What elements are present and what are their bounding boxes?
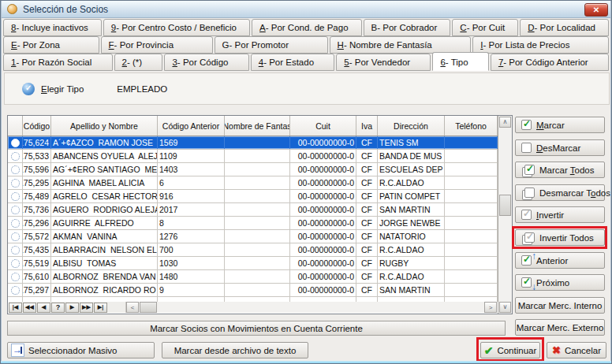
table-row[interactable]: 175,295AGHINA MABEL ALICIA600-00000000-0… <box>8 176 498 190</box>
cell-direccion[interactable]: ESCUELAS DEP <box>378 163 445 176</box>
cell-fantasia[interactable] <box>225 163 290 176</box>
tab-2[interactable]: 2 - (*) <box>114 54 163 71</box>
cell-direccion[interactable]: JORGE NEWBE <box>378 217 445 229</box>
cell-direccion[interactable]: NATATORIO <box>378 230 445 243</box>
elegir-tipo-button[interactable]: Elegir Tipo <box>41 84 84 94</box>
cell-codigo[interactable]: 175,295 <box>23 176 51 189</box>
cell-anterior[interactable]: 916 <box>158 190 225 202</box>
vertical-scrollbar[interactable]: ∧ ∨ <box>498 116 512 314</box>
cell-cuit[interactable]: 00-00000000-0 <box>290 257 356 269</box>
cell-codigo[interactable]: 175,572 <box>23 230 51 243</box>
row-radio[interactable] <box>8 203 23 216</box>
cell-codigo[interactable]: 175,610 <box>23 270 51 283</box>
cell-anterior[interactable]: 1030 <box>158 257 225 269</box>
cell-telefono[interactable] <box>445 136 498 149</box>
cell-nombre[interactable]: AGRELO CESAR HECTOR <box>51 190 158 202</box>
nav-next-button[interactable]: ▶ <box>65 303 79 313</box>
cell-fantasia[interactable] <box>225 136 290 149</box>
cell-direccion[interactable]: R.C.ALDAO <box>378 270 445 283</box>
cell-cuit[interactable]: 00-00000000-0 <box>290 163 356 176</box>
cell-nombre[interactable]: ALBISU TOMAS <box>51 257 158 269</box>
cell-iva[interactable]: CF <box>356 243 378 256</box>
cell-telefono[interactable] <box>445 257 498 269</box>
tab-h-nombre-de-fantas-a[interactable]: H - Nombre de Fantasía <box>330 36 472 54</box>
cell-anterior[interactable]: 1109 <box>158 150 225 162</box>
cell-direccion[interactable]: SAN MARTIN <box>378 284 445 296</box>
cell-anterior[interactable]: 2017 <box>158 203 225 216</box>
table-row[interactable]: 175,297ALBORNOZ RICARDO RO900-00000000-0… <box>8 284 498 297</box>
cell-anterior[interactable]: 700 <box>158 243 225 256</box>
table-row[interactable]: 175,296AGUIRRE ALFREDO800-00000000-0CFJO… <box>8 217 498 230</box>
table-row[interactable]: 175,596AG´+¢ERO SANTIAGO ME140300-000000… <box>8 163 498 176</box>
table-row[interactable]: 175,533ABANCENS OYUELA ALEJ110900-000000… <box>8 150 498 163</box>
row-radio[interactable] <box>8 284 23 296</box>
cell-cuit[interactable]: 00-00000000-0 <box>290 243 356 256</box>
marcar-merc-externo-button[interactable]: Marcar Merc. Externo <box>515 319 605 336</box>
cell-iva[interactable]: CF <box>356 284 378 296</box>
row-radio[interactable] <box>8 243 23 256</box>
marcar-socios-cc-button[interactable]: Marcar Socios con Movimientos en Cuenta … <box>7 321 506 336</box>
cell-iva[interactable]: CF <box>356 176 378 189</box>
cell-direccion[interactable]: TENIS SM <box>378 136 445 149</box>
cell-telefono[interactable] <box>445 270 498 283</box>
cell-codigo[interactable]: 175,596 <box>23 163 51 176</box>
table-row[interactable]: 175,572AKMAN VANINA127600-00000000-0CFNA… <box>8 230 498 243</box>
table-row[interactable]: 175,736AGUERO RODRIGO ALEJA201700-000000… <box>8 203 498 217</box>
tab-3-por-código[interactable]: 3 - Por Código <box>164 54 248 71</box>
cell-iva[interactable]: CF <box>356 217 378 229</box>
table-row[interactable]: 175,489AGRELO CESAR HECTOR91600-00000000… <box>8 190 498 203</box>
cell-anterior[interactable]: 1569 <box>158 136 225 149</box>
cell-direccion[interactable]: R.C.ALDAO <box>378 243 445 256</box>
cell-cuit[interactable]: 00-00000000-0 <box>290 150 356 162</box>
cell-telefono[interactable] <box>445 217 498 229</box>
cell-codigo[interactable]: 175,736 <box>23 203 51 216</box>
scroll-down-icon[interactable]: ∨ <box>499 302 511 313</box>
scroll-right-icon[interactable]: > <box>484 302 497 313</box>
cell-telefono[interactable] <box>445 176 498 189</box>
cell-codigo[interactable]: 175,296 <box>23 217 51 229</box>
vertical-scroll-thumb[interactable] <box>499 195 511 216</box>
cell-nombre[interactable]: AGHINA MABEL ALICIA <box>51 176 158 189</box>
cell-fantasia[interactable] <box>225 257 290 269</box>
row-radio[interactable] <box>8 217 23 229</box>
desmarcar-todos-button[interactable]: Desmarcar Todos <box>515 184 605 201</box>
cell-direccion[interactable]: RUGBY <box>378 257 445 269</box>
cell-iva[interactable]: CF <box>356 230 378 243</box>
invertir-button[interactable]: Invertir <box>515 206 605 223</box>
close-button[interactable] <box>584 3 608 17</box>
cell-fantasia[interactable] <box>225 270 290 283</box>
proximo-button[interactable]: Próximo <box>515 274 605 291</box>
table-row[interactable]: 175,610ALBORNOZ BRENDA VAN148000-0000000… <box>8 270 498 284</box>
tab-f-por-provincia[interactable]: F - Por Provincia <box>101 36 213 54</box>
cell-fantasia[interactable] <box>225 217 290 229</box>
cell-anterior[interactable]: 1480 <box>158 270 225 283</box>
cell-cuit[interactable]: 00-00000000-0 <box>290 217 356 229</box>
row-radio[interactable] <box>8 176 23 189</box>
tab-7-por-código-anterior[interactable]: 7 - Por Código Anterior <box>491 54 609 71</box>
cell-telefono[interactable] <box>445 243 498 256</box>
table-row[interactable]: 175,624A´+¢AZCO RAMON JOSE156900-0000000… <box>8 136 498 150</box>
tab-8-incluye-inactivos[interactable]: 8 - Incluye inactivos <box>3 19 102 36</box>
cancelar-button[interactable]: Cancelar <box>547 342 606 358</box>
cell-direccion[interactable]: PATIN COMPET <box>378 190 445 202</box>
nav-first-button[interactable]: |◀ <box>9 303 22 313</box>
tab-b-por-cobrador[interactable]: B - Por Cobrador <box>364 19 451 36</box>
marcar-desde-archivo-button[interactable]: Marcar desde archivo de texto <box>162 342 308 358</box>
row-radio[interactable] <box>8 190 23 202</box>
cell-anterior[interactable]: 6 <box>158 176 225 189</box>
cell-fantasia[interactable] <box>225 243 290 256</box>
cell-codigo[interactable]: 175,533 <box>23 150 51 162</box>
seleccionador-masivo-button[interactable]: Seleccionador Masivo <box>7 342 155 358</box>
cell-fantasia[interactable] <box>225 284 290 296</box>
cell-nombre[interactable]: ALBORNOZ BRENDA VAN <box>51 270 158 283</box>
cell-iva[interactable]: CF <box>356 190 378 202</box>
cell-codigo[interactable]: 175,297 <box>23 284 51 296</box>
nav-next-page-button[interactable]: ▶▶ <box>80 303 93 313</box>
cell-codigo[interactable]: 175,489 <box>23 190 51 202</box>
cell-cuit[interactable]: 00-00000000-0 <box>290 176 356 189</box>
cell-nombre[interactable]: ALBORNOZ RICARDO RO <box>51 284 158 296</box>
nav-search-button[interactable]: ? <box>51 303 65 313</box>
table-row[interactable]: 175,519ALBISU TOMAS103000-00000000-0CFRU… <box>8 257 498 270</box>
nav-last-button[interactable]: ▶| <box>94 303 107 313</box>
cell-fantasia[interactable] <box>225 150 290 162</box>
